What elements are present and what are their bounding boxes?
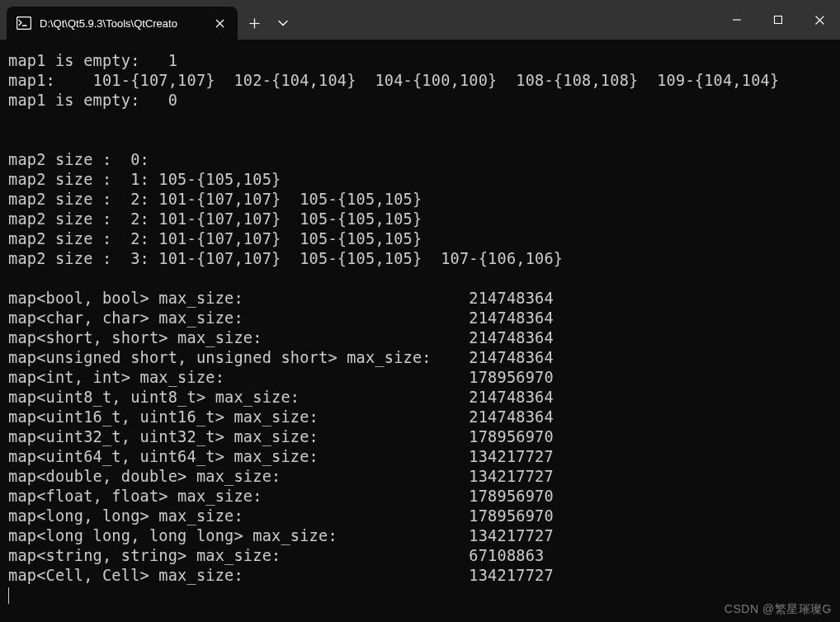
new-tab-button[interactable]: [239, 7, 269, 40]
minimize-button[interactable]: [716, 0, 757, 40]
window-controls: [716, 0, 840, 40]
terminal-output[interactable]: map1 is empty: 1 map1: 101-{107,107} 102…: [0, 40, 840, 617]
close-icon: [814, 15, 825, 26]
svg-rect-0: [17, 17, 31, 30]
close-icon: [215, 19, 224, 28]
maximize-icon: [773, 15, 783, 25]
terminal-tab[interactable]: D:\Qt\Qt5.9.3\Tools\QtCreato: [7, 7, 238, 40]
window-titlebar: D:\Qt\Qt5.9.3\Tools\QtCreato: [0, 0, 840, 40]
svg-rect-7: [775, 16, 782, 24]
close-window-button[interactable]: [799, 0, 840, 40]
tab-dropdown-button[interactable]: [269, 7, 297, 40]
minimize-icon: [732, 15, 742, 25]
chevron-down-icon: [278, 20, 288, 26]
terminal-cursor: [8, 587, 9, 604]
tab-title: D:\Qt\Qt5.9.3\Tools\QtCreato: [40, 17, 203, 30]
tab-close-button[interactable]: [211, 15, 228, 31]
terminal-icon: [17, 16, 31, 30]
maximize-button[interactable]: [757, 0, 799, 40]
plus-icon: [249, 18, 260, 29]
watermark: CSDN @繁星璀璨G: [724, 602, 832, 617]
